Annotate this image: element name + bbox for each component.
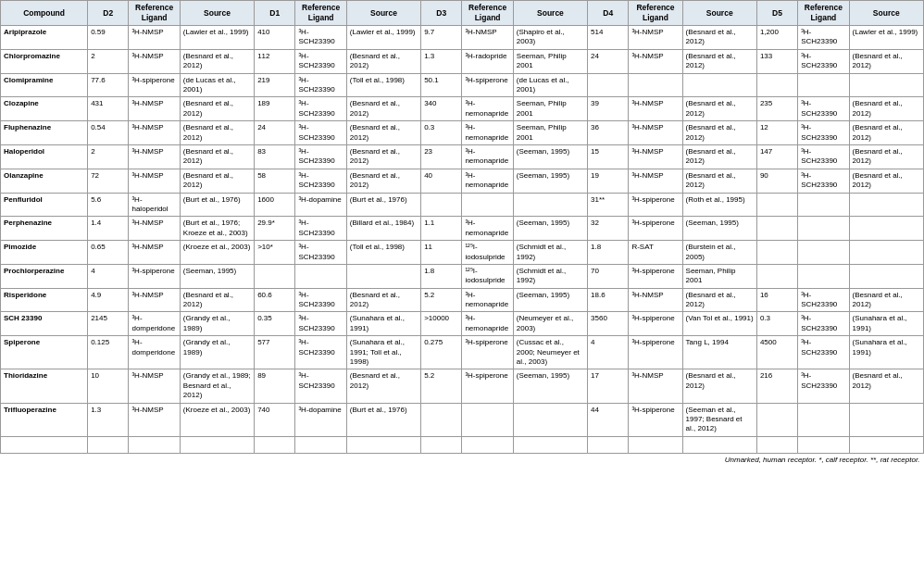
table-cell: Risperidone	[1, 288, 88, 312]
table-cell: (Burt et al., 1976)	[346, 403, 420, 436]
table-cell: ³H-SCH23390	[798, 336, 849, 369]
table-cell: ³H-radopride	[462, 49, 513, 73]
table-cell: (Besnard et al., 2012)	[849, 49, 923, 73]
table-cell: (Grandy et al., 1989)	[180, 336, 254, 369]
table-row: Spiperone0.125³H-domperidone(Grandy et a…	[1, 336, 924, 369]
table-cell: 50.1	[421, 73, 462, 97]
table-cell	[798, 217, 849, 241]
table-cell: 216	[756, 369, 797, 403]
table-cell: (Burt et al., 1976)	[180, 193, 254, 217]
table-cell: (Besnard et al., 2012)	[180, 49, 254, 73]
col-d3: D3	[421, 1, 462, 26]
table-cell: (Grandy et al., 1989; Besnard et al., 20…	[180, 369, 254, 403]
table-cell-empty	[295, 436, 346, 453]
table-cell: 0.35	[255, 312, 295, 336]
table-cell: Olanzapine	[1, 169, 88, 193]
table-cell: ³H-spiperone	[129, 264, 180, 288]
table-cell	[849, 73, 923, 97]
table-cell: (Besnard et al., 2012)	[180, 169, 254, 193]
table-cell: Clomipramine	[1, 73, 88, 97]
table-cell: 514	[588, 26, 629, 50]
table-cell: 0.3	[756, 312, 797, 336]
table-cell: Haloperidol	[1, 145, 88, 169]
header-row: Compound D2 Reference Ligand Source D1 R…	[1, 1, 924, 26]
table-cell-empty	[129, 436, 180, 453]
table-cell: (Besnard et al., 2012)	[682, 288, 756, 312]
table-cell: Tang L, 1994	[682, 336, 756, 369]
table-cell-empty	[462, 436, 513, 453]
table-cell: (Besnard et al., 2012)	[682, 145, 756, 169]
table-cell: ³H-spiperone	[629, 264, 682, 288]
table-cell: (Besnard et al., 2012)	[682, 169, 756, 193]
table-cell: Seeman, Philip 2001	[682, 264, 756, 288]
table-cell: ³H-nemonapride	[462, 145, 513, 169]
table-cell: 0.54	[88, 121, 129, 145]
table-cell: (Besnard et al., 2012)	[682, 49, 756, 73]
table-cell: ¹²⁵I-iodosulpride	[462, 264, 513, 288]
table-cell	[255, 264, 295, 288]
table-cell: 24	[255, 121, 295, 145]
table-cell: 77.6	[88, 73, 129, 97]
table-cell: (Neumeyer et al., 2003)	[513, 312, 587, 336]
table-cell: ³H-spiperone	[629, 336, 682, 369]
table-cell	[849, 403, 923, 436]
table-cell: ³H-SCH23390	[295, 241, 346, 265]
table-cell: (Besnard et al., 2012)	[180, 145, 254, 169]
table-cell: ³H-SCH23390	[295, 336, 346, 369]
table-cell	[798, 73, 849, 97]
table-cell	[421, 193, 462, 217]
table-cell: ³H-SCH23390	[295, 312, 346, 336]
table-cell: (Besnard et al., 2012)	[346, 288, 420, 312]
table-row: Haloperidol2³H-NMSP(Besnard et al., 2012…	[1, 145, 924, 169]
table-cell: 83	[255, 145, 295, 169]
table-cell: 10	[88, 369, 129, 403]
table-cell: 740	[255, 403, 295, 436]
table-cell: ³H-NMSP	[462, 26, 513, 50]
table-cell: (Besnard et al., 2012)	[346, 49, 420, 73]
table-cell: 340	[421, 97, 462, 121]
table-cell: SCH 23390	[1, 312, 88, 336]
table-cell: 1600	[255, 193, 295, 217]
table-cell: ³H-nemonapride	[462, 121, 513, 145]
table-cell: 1.8	[588, 241, 629, 265]
table-cell-empty	[421, 436, 462, 453]
table-cell: (Besnard et al., 2012)	[346, 145, 420, 169]
table-cell: (Seeman et al., 1997; Besnard et al., 20…	[682, 403, 756, 436]
table-cell: (Besnard et al., 2012)	[682, 97, 756, 121]
table-cell: 12	[756, 121, 797, 145]
table-cell: 4	[88, 264, 129, 288]
table-cell: ³H-NMSP	[629, 145, 682, 169]
col-compound: Compound	[1, 1, 88, 26]
table-cell: (Sunahara et al., 1991)	[849, 336, 923, 369]
table-cell: ³H-nemonapride	[462, 217, 513, 241]
table-cell: ³H-NMSP	[129, 241, 180, 265]
table-cell: 4500	[756, 336, 797, 369]
col-d3-src: Source	[513, 1, 587, 26]
table-row: Thioridazine10³H-NMSP(Grandy et al., 198…	[1, 369, 924, 403]
table-cell: 2145	[88, 312, 129, 336]
table-cell: (Shapiro et al., 2003)	[513, 26, 587, 50]
table-cell: 36	[588, 121, 629, 145]
table-row: Trifluoperazine1.3³H-NMSP(Kroeze et al.,…	[1, 403, 924, 436]
table-cell: (Besnard et al., 2012)	[346, 121, 420, 145]
table-cell: (Van Tol et al., 1991)	[682, 312, 756, 336]
col-d2: D2	[88, 1, 129, 26]
table-cell: ³H-SCH23390	[295, 26, 346, 50]
table-cell-empty	[588, 436, 629, 453]
table-cell	[756, 217, 797, 241]
table-cell: ³H-dopamine	[295, 193, 346, 217]
table-cell: Seeman, Philip 2001	[513, 49, 587, 73]
table-cell: ³H-NMSP	[129, 121, 180, 145]
table-cell: ³H-NMSP	[129, 288, 180, 312]
table-cell: 31**	[588, 193, 629, 217]
table-cell: ³H-NMSP	[629, 49, 682, 73]
table-cell: 431	[88, 97, 129, 121]
table-cell: ³H-NMSP	[629, 169, 682, 193]
table-cell: (Besnard et al., 2012)	[346, 169, 420, 193]
table-cell: (Besnard et al., 2012)	[849, 369, 923, 403]
table-cell: 1,200	[756, 26, 797, 50]
table-cell: ³H-SCH23390	[798, 369, 849, 403]
table-cell	[798, 403, 849, 436]
table-cell: ³H-spiperone	[629, 312, 682, 336]
table-cell: ³H-SCH23390	[798, 169, 849, 193]
